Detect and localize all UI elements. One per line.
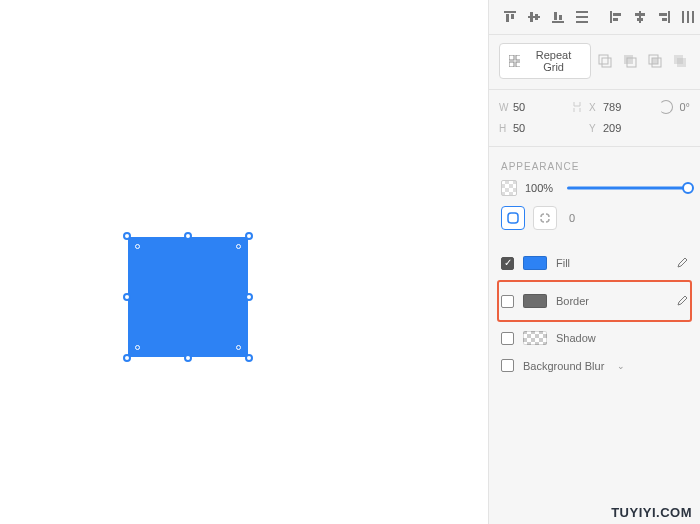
resize-handle-middle-right[interactable] xyxy=(245,293,253,301)
fill-color-swatch[interactable] xyxy=(523,256,547,270)
appearance-heading: APPEARANCE xyxy=(489,147,700,180)
svg-rect-2 xyxy=(511,14,514,19)
svg-rect-24 xyxy=(509,55,514,60)
radius-input[interactable] xyxy=(569,212,609,224)
path-subtract-icon[interactable] xyxy=(620,51,640,71)
svg-rect-6 xyxy=(552,21,564,23)
height-input[interactable] xyxy=(513,122,569,134)
canvas[interactable] xyxy=(0,0,488,524)
repeat-grid-row: Repeat Grid xyxy=(489,35,700,90)
svg-rect-13 xyxy=(613,13,621,16)
border-color-swatch[interactable] xyxy=(523,294,547,308)
corner-radius-row xyxy=(489,206,700,242)
opacity-swatch-icon[interactable] xyxy=(501,180,517,196)
svg-rect-26 xyxy=(509,62,514,67)
y-input[interactable] xyxy=(603,122,659,134)
svg-rect-12 xyxy=(610,11,612,23)
align-right-icon[interactable] xyxy=(653,6,675,28)
svg-rect-7 xyxy=(554,12,557,20)
svg-rect-15 xyxy=(639,11,641,23)
opacity-slider-thumb[interactable] xyxy=(682,182,694,194)
svg-rect-1 xyxy=(506,14,509,22)
blur-disclosure-icon[interactable]: ⌄ xyxy=(617,361,625,371)
opacity-slider[interactable] xyxy=(567,186,688,190)
inspector-panel: Repeat Grid W X 0° H Y APPE xyxy=(488,0,700,524)
repeat-grid-button[interactable]: Repeat Grid xyxy=(499,43,591,79)
distribute-vertical-icon[interactable] xyxy=(571,6,593,28)
svg-rect-20 xyxy=(662,18,667,21)
opacity-value[interactable]: 100% xyxy=(525,182,559,194)
svg-rect-23 xyxy=(692,11,694,23)
path-exclude-icon[interactable] xyxy=(670,51,690,71)
svg-rect-22 xyxy=(687,11,689,23)
geometry-section: W X 0° H Y xyxy=(489,90,700,147)
rotate-value[interactable]: 0° xyxy=(679,101,690,113)
corner-radius-handle-br[interactable] xyxy=(236,345,241,350)
lock-aspect-icon[interactable] xyxy=(571,100,583,114)
radius-independent-button[interactable] xyxy=(533,206,557,230)
resize-handle-bottom-center[interactable] xyxy=(184,354,192,362)
corner-radius-handle-tl[interactable] xyxy=(135,244,140,249)
fill-checkbox[interactable] xyxy=(501,257,514,270)
svg-rect-14 xyxy=(613,18,618,21)
repeat-grid-label: Repeat Grid xyxy=(526,49,581,73)
align-top-icon[interactable] xyxy=(499,6,521,28)
path-intersect-icon[interactable] xyxy=(645,51,665,71)
x-input[interactable] xyxy=(603,101,659,113)
shadow-checkbox[interactable] xyxy=(501,332,514,345)
width-label: W xyxy=(499,102,513,113)
resize-handle-top-center[interactable] xyxy=(184,232,192,240)
path-add-icon[interactable] xyxy=(595,51,615,71)
resize-handle-bottom-left[interactable] xyxy=(123,354,131,362)
border-checkbox[interactable] xyxy=(501,295,514,308)
fill-row: Fill xyxy=(499,248,690,278)
fill-eyedropper-icon[interactable] xyxy=(674,255,688,271)
background-blur-row: Background Blur ⌄ xyxy=(499,352,690,379)
blur-label: Background Blur xyxy=(523,360,604,372)
align-center-icon[interactable] xyxy=(629,6,651,28)
corner-radius-handle-bl[interactable] xyxy=(135,345,140,350)
svg-rect-34 xyxy=(652,58,658,64)
rotate-icon[interactable] xyxy=(659,100,673,114)
watermark-text: TUYIYI.COM xyxy=(611,505,692,520)
resize-handle-middle-left[interactable] xyxy=(123,293,131,301)
align-middle-icon[interactable] xyxy=(523,6,545,28)
selected-shape[interactable] xyxy=(128,237,248,357)
svg-rect-27 xyxy=(516,62,520,67)
width-input[interactable] xyxy=(513,101,569,113)
resize-handle-top-left[interactable] xyxy=(123,232,131,240)
svg-rect-19 xyxy=(659,13,667,16)
height-label: H xyxy=(499,123,513,134)
rectangle-shape[interactable] xyxy=(128,237,248,357)
alignment-toolbar xyxy=(489,0,700,35)
svg-rect-36 xyxy=(677,58,686,67)
fill-label: Fill xyxy=(556,257,570,269)
shadow-color-swatch[interactable] xyxy=(523,331,547,345)
svg-rect-30 xyxy=(624,55,633,64)
resize-handle-top-right[interactable] xyxy=(245,232,253,240)
svg-rect-16 xyxy=(635,13,645,16)
blur-checkbox[interactable] xyxy=(501,359,514,372)
border-row: Border xyxy=(499,286,690,316)
svg-rect-11 xyxy=(576,21,588,23)
align-bottom-icon[interactable] xyxy=(547,6,569,28)
y-label: Y xyxy=(589,123,603,134)
resize-handle-bottom-right[interactable] xyxy=(245,354,253,362)
shadow-row: Shadow xyxy=(499,324,690,352)
svg-rect-5 xyxy=(535,14,538,20)
svg-rect-9 xyxy=(576,11,588,13)
svg-rect-29 xyxy=(602,58,611,67)
radius-uniform-button[interactable] xyxy=(501,206,525,230)
svg-rect-10 xyxy=(576,16,588,18)
svg-rect-17 xyxy=(637,18,643,21)
svg-rect-25 xyxy=(516,55,520,60)
corner-radius-handle-tr[interactable] xyxy=(236,244,241,249)
align-left-icon[interactable] xyxy=(605,6,627,28)
svg-rect-18 xyxy=(668,11,670,23)
opacity-row: 100% xyxy=(489,180,700,206)
svg-rect-3 xyxy=(528,16,540,18)
svg-rect-37 xyxy=(508,213,518,223)
svg-rect-21 xyxy=(682,11,684,23)
border-eyedropper-icon[interactable] xyxy=(674,293,688,309)
distribute-horizontal-icon[interactable] xyxy=(677,6,699,28)
